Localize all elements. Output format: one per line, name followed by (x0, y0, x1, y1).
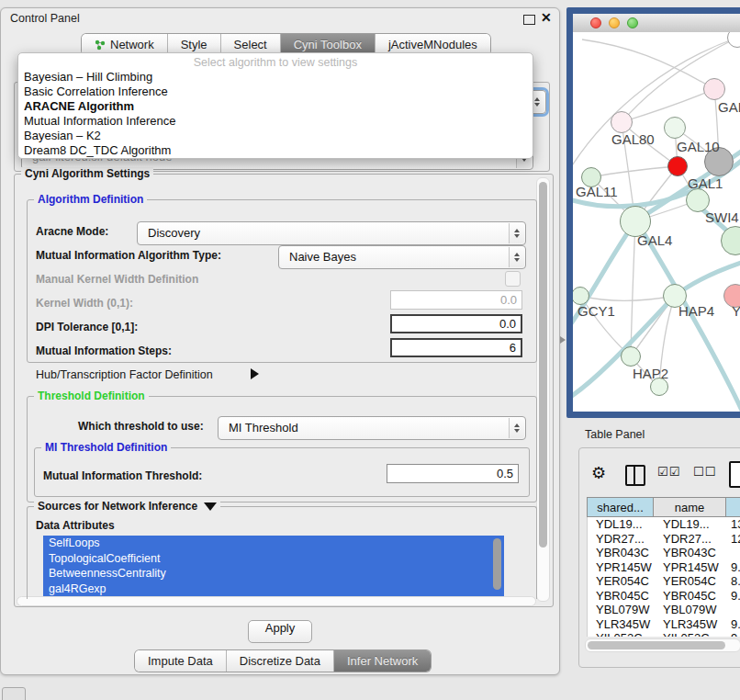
dpi-tolerance-field[interactable]: 0.0 (390, 314, 522, 333)
select-all-checkboxes-icon[interactable]: ☑☑ (657, 465, 680, 479)
collapse-arrow-icon[interactable] (204, 502, 217, 511)
algorithm-item-mutual-information-inference[interactable]: Mutual Information Inference (18, 114, 533, 129)
close-panel-icon[interactable]: ✕ (541, 10, 552, 25)
algorithm-list: Bayesian – Hill ClimbingBasic Correlatio… (18, 70, 533, 158)
algorithm-item-bayesian-hill-climbing[interactable]: Bayesian – Hill Climbing (18, 70, 533, 85)
attribute-item-topologicalcoefficient[interactable]: TopologicalCoefficient (43, 551, 504, 567)
tab-label: Impute Data (148, 650, 213, 672)
sources-title-text: Sources for Network Inference (38, 500, 197, 513)
column-header-shared-name[interactable]: shared... (587, 497, 654, 517)
mac-close-button[interactable] (590, 17, 601, 28)
table-cell: 13 (727, 517, 740, 531)
manual-kernel-width-checkbox[interactable] (505, 271, 521, 287)
table-cell: 9. (727, 617, 740, 631)
node-label-gal1: GAL1 (688, 175, 723, 191)
tab-label: Infer Network (347, 650, 418, 672)
table-panel-window: ⚙ ☑☑ ☐☐ shared... name YDL19...YDL19...1… (578, 447, 740, 668)
algorithm-item-bayesian-k2[interactable]: Bayesian – K2 (18, 129, 533, 143)
table-row[interactable]: YDL19...YDL19...13 (588, 517, 740, 532)
table-columns-icon[interactable] (625, 465, 645, 486)
mac-zoom-button[interactable] (627, 17, 638, 28)
tab-infer-network[interactable]: Infer Network (334, 650, 431, 672)
combo-spinner-icon[interactable] (509, 223, 524, 243)
mi-threshold-field[interactable]: 0.5 (387, 464, 519, 483)
data-attributes-list: SelfLoopsTopologicalCoefficientBetweenne… (43, 536, 504, 596)
table-panel-title: Table Panel (585, 428, 645, 441)
kernel-width-label: Kernel Width (0,1): (36, 297, 133, 310)
node-label-hap2: HAP2 (633, 366, 668, 381)
hub-expand-arrow-icon[interactable] (251, 368, 259, 379)
algorithm-item-aracne-algorithm[interactable]: ARACNE Algorithm (18, 99, 533, 114)
network-window: GALGAL80GAL10GAL11GAL1SWI4GAL4GCY1HAP4YH… (566, 7, 740, 418)
node-hap2[interactable] (621, 346, 641, 367)
new-table-icon[interactable] (729, 461, 740, 488)
node-gal-partial[interactable] (703, 78, 725, 100)
mi-steps-label: Mutual Information Steps: (36, 344, 172, 357)
table-row[interactable]: YPR145WYPR145W9. (588, 560, 740, 575)
table-cell: YBL079W (588, 603, 655, 616)
table-gear-icon[interactable]: ⚙ (591, 463, 606, 482)
which-threshold-value: MI Threshold (229, 417, 298, 439)
mi-steps-field[interactable]: 6 (390, 338, 522, 357)
mi-algorithm-type-value: Naive Bayes (289, 246, 356, 268)
table-row[interactable]: YBL079WYBL079W (588, 603, 740, 617)
attribute-item-selfloops[interactable]: SelfLoops (43, 536, 504, 551)
which-threshold-combobox[interactable]: MI Threshold (218, 416, 526, 440)
mi-algorithm-type-combobox[interactable]: Naive Bayes (278, 245, 526, 269)
algorithm-item-basic-correlation-inference[interactable]: Basic Correlation Inference (18, 85, 533, 99)
bottom-left-panel-button[interactable] (2, 687, 26, 700)
threshold-definition-title: Threshold Definition (34, 390, 149, 402)
network-canvas[interactable]: GALGAL80GAL10GAL11GAL1SWI4GAL4GCY1HAP4YH… (573, 32, 740, 412)
combo-spinner-icon[interactable] (509, 247, 524, 267)
combo-spinner-icon[interactable] (509, 418, 524, 438)
table-row[interactable]: YER054CYER054C8. (588, 574, 740, 589)
table-cell: YER054C (655, 574, 727, 588)
node-label-gal11: GAL11 (576, 184, 618, 199)
column-header-partial[interactable] (726, 497, 740, 517)
mac-minimize-button[interactable] (609, 17, 620, 28)
table-cell: 9. (727, 560, 740, 574)
algorithm-placeholder: Select algorithm to view settings (18, 55, 533, 70)
tab-discretize-data[interactable]: Discretize Data (227, 650, 334, 672)
algorithm-item-dream8-dc-tdc-algorithm[interactable]: Dream8 DC_TDC Algorithm (18, 143, 533, 158)
table-row[interactable]: YLR345WYLR345W9. (588, 617, 740, 632)
node-gal10[interactable] (664, 117, 686, 139)
node-label-gal80: GAL80 (611, 131, 655, 147)
mi-threshold-label: Mutual Information Threshold: (43, 469, 202, 482)
table-row[interactable]: YIL052CYIL052C9. (588, 631, 740, 637)
hub-definition-label[interactable]: Hub/Transcription Factor Definition (36, 368, 213, 381)
apply-button[interactable]: Apply (248, 620, 312, 643)
deselect-all-checkboxes-icon[interactable]: ☐☐ (693, 465, 716, 479)
node-label-gal10: GAL10 (677, 139, 720, 154)
table-cell: YLR345W (588, 617, 655, 631)
table-row[interactable]: YBR043CYBR043C (588, 546, 740, 560)
network-window-titlebar[interactable] (573, 14, 740, 33)
node-gal1-red[interactable] (667, 156, 688, 176)
panel-splitter-handle[interactable] (560, 336, 566, 344)
node-label-gal4: GAL4 (637, 232, 672, 248)
mi-algorithm-type-label: Mutual Information Algorithm Type: (36, 249, 221, 262)
kernel-width-field[interactable]: 0.0 (390, 290, 522, 310)
attribute-item-betweennesscentrality[interactable]: BetweennessCentrality (43, 566, 504, 581)
table-row[interactable]: YBR045CYBR045C9. (588, 589, 740, 604)
settings-vertical-scrollbar[interactable] (536, 177, 550, 602)
table-cell: YLR345W (655, 617, 727, 631)
table-horizontal-scrollbar[interactable] (585, 638, 740, 652)
column-header-name[interactable]: name (654, 497, 726, 517)
float-window-icon[interactable] (523, 15, 535, 25)
table-cell: YDL19... (655, 517, 727, 531)
manual-kernel-width-label: Manual Kernel Width Definition (36, 273, 198, 286)
table-row[interactable]: YDR27...YDR27...12 (588, 532, 740, 547)
aracne-mode-combobox[interactable]: Discovery (137, 221, 526, 245)
node-gal80[interactable] (611, 111, 633, 133)
table-cell: YDR27... (588, 532, 655, 546)
attribute-item-gal4rgexp[interactable]: gal4RGexp (43, 581, 504, 597)
control-panel-window: Control Panel ✕ NetworkStyleSelectCyni T… (0, 7, 560, 675)
table-cell: 9. (727, 631, 740, 637)
table-cell: 9. (727, 589, 740, 603)
attributes-list-scrollbar[interactable] (493, 538, 501, 590)
mi-threshold-group-title: MI Threshold Definition (41, 441, 171, 454)
tab-label: Discretize Data (240, 650, 320, 672)
data-attributes-label: Data Attributes (36, 519, 115, 532)
tab-impute-data[interactable]: Impute Data (135, 650, 227, 672)
